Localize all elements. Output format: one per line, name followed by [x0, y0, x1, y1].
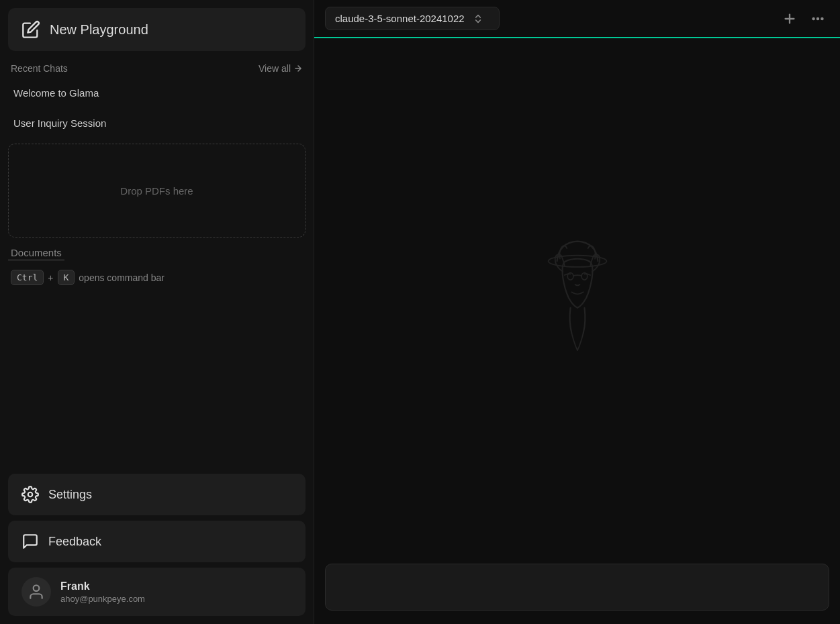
edit-icon: [21, 20, 40, 39]
k-key: K: [58, 270, 75, 285]
chevron-updown-icon: [473, 13, 483, 24]
recent-chats-header: Recent Chats View all: [8, 59, 306, 75]
documents-link[interactable]: Documents: [8, 246, 64, 260]
svg-point-0: [28, 492, 33, 497]
more-options-button[interactable]: [806, 7, 829, 30]
svg-point-6: [821, 17, 823, 19]
new-playground-label: New Playground: [50, 22, 148, 38]
settings-button[interactable]: Settings: [8, 474, 306, 515]
keyboard-hint-text: opens command bar: [79, 272, 165, 283]
feedback-icon: [21, 533, 39, 550]
user-info: Frank ahoy@punkpeye.com: [60, 580, 145, 604]
model-selector[interactable]: claude-3-5-sonnet-20241022: [325, 7, 500, 30]
main-area: claude-3-5-sonnet-20241022: [314, 0, 840, 624]
view-all-link[interactable]: View all: [259, 63, 303, 74]
chat-item-welcome[interactable]: Welcome to Glama: [8, 81, 306, 105]
user-profile-button[interactable]: Frank ahoy@punkpeye.com: [8, 568, 306, 616]
documents-label: Documents: [11, 247, 62, 258]
plus-icon: [782, 11, 797, 26]
user-email: ahoy@punkpeye.com: [60, 594, 145, 604]
sidebar-spacer: [8, 295, 306, 468]
avatar: [21, 577, 51, 607]
svg-point-5: [817, 17, 819, 19]
ellipsis-icon: [810, 11, 825, 26]
user-icon: [28, 583, 45, 601]
user-name: Frank: [60, 580, 145, 592]
settings-label: Settings: [48, 488, 92, 502]
new-playground-button[interactable]: New Playground: [8, 8, 306, 51]
content-area: [314, 38, 840, 557]
model-name: claude-3-5-sonnet-20241022: [335, 13, 465, 24]
feedback-label: Feedback: [48, 535, 101, 549]
chat-item-user-inquiry[interactable]: User Inquiry Session: [8, 111, 306, 136]
recent-chats-title: Recent Chats: [11, 63, 68, 74]
pdf-drop-zone[interactable]: Drop PDFs here: [8, 144, 306, 238]
view-all-label: View all: [259, 63, 291, 74]
input-bar: [314, 557, 840, 624]
ctrl-key: Ctrl: [11, 270, 44, 285]
svg-point-1: [34, 585, 40, 591]
feedback-button[interactable]: Feedback: [8, 521, 306, 562]
plus-symbol: +: [48, 272, 53, 283]
drop-zone-label: Drop PDFs here: [120, 185, 193, 197]
arrow-right-icon: [293, 64, 303, 73]
top-bar: claude-3-5-sonnet-20241022: [314, 0, 840, 38]
sidebar: New Playground Recent Chats View all Wel…: [0, 0, 314, 624]
add-button[interactable]: [778, 7, 801, 30]
llama-logo: [510, 231, 645, 365]
message-input[interactable]: [325, 564, 829, 611]
gear-icon: [21, 486, 39, 503]
svg-point-4: [812, 17, 814, 19]
keyboard-hint: Ctrl + K opens command bar: [8, 266, 306, 289]
